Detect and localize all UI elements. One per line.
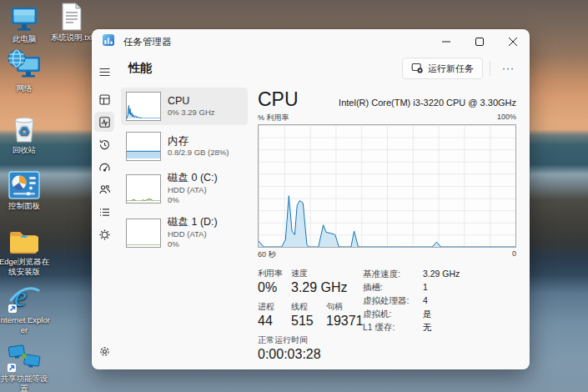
recycle-bin-icon: ♻	[0, 113, 51, 143]
page-title: 性能	[128, 61, 402, 76]
desktop-icon-label: 网络	[0, 83, 51, 93]
task-manager-window: 任务管理器	[92, 29, 530, 369]
new-task-icon	[411, 62, 423, 75]
axis-label-60s: 60 秒	[258, 249, 276, 260]
nav-rail	[92, 54, 117, 369]
perf-item-disk0[interactable]: 磁盘 0 (C:) HDD (ATA) 0%	[121, 168, 248, 209]
stat-label: 利用率	[258, 268, 291, 279]
run-new-task-button[interactable]: 运行新任务	[402, 58, 483, 79]
detail-value-sockets: 1	[423, 281, 428, 294]
desktop: { "desktop": { "icons": [ {"label": "此电脑…	[0, 0, 588, 392]
detail-value-virtual-processors: 4	[423, 294, 428, 308]
stat-value-handles: 19371	[326, 314, 364, 329]
detail-label: 虚拟处理器:	[363, 294, 423, 308]
processes-icon[interactable]	[94, 89, 114, 109]
desktop-icon-recycle-bin[interactable]: ♻ 回收站	[0, 113, 51, 155]
svg-text:♻: ♻	[18, 123, 30, 139]
detail-label: 插槽:	[363, 281, 423, 294]
desktop-icon-edge-folder[interactable]: Edge浏览器在线安装版	[0, 225, 51, 277]
control-panel-icon	[0, 169, 51, 199]
stat-label: 进程	[258, 301, 291, 313]
cpu-mini-chart	[126, 92, 161, 121]
cpu-model-text: Intel(R) Core(TM) i3-3220 CPU @ 3.30GHz	[339, 98, 516, 110]
stat-value-processes: 44	[258, 314, 291, 329]
run-new-task-label: 运行新任务	[428, 63, 474, 75]
more-options-button[interactable]: ···	[497, 61, 520, 76]
axis-label-100: 100%	[497, 113, 516, 123]
header-divider	[490, 61, 490, 76]
perf-item-sub2: 0%	[168, 195, 218, 205]
detail-value-virtual-machine: 是	[423, 308, 432, 321]
stat-label: 正常运行时间	[258, 334, 321, 346]
cpu-stats: 利用率 0% 速度 3.29 GHz 进程	[258, 268, 516, 362]
window-title: 任务管理器	[123, 36, 430, 48]
memory-mini-chart	[126, 132, 161, 161]
desktop-icon-label: 回收站	[0, 145, 51, 155]
app-history-icon[interactable]	[94, 134, 114, 154]
detail-label: L1 缓存:	[363, 321, 423, 334]
stat-value-utilization: 0%	[258, 280, 291, 295]
details-icon[interactable]	[94, 202, 114, 222]
cpu-details-list: 基准速度:3.29 GHz 插槽:1 虚拟处理器:4 虚拟机:是 L1 缓存:无	[359, 268, 516, 362]
cpu-detail-panel: CPU Intel(R) Core(TM) i3-3220 CPU @ 3.30…	[248, 88, 530, 369]
axis-label-utilization: % 利用率	[258, 113, 289, 123]
cpu-usage-chart	[258, 124, 516, 248]
title-bar[interactable]: 任务管理器	[92, 29, 530, 54]
stat-label: 速度	[291, 268, 348, 279]
users-icon[interactable]	[94, 179, 114, 199]
detail-label: 虚拟机:	[363, 308, 423, 321]
startup-apps-icon[interactable]	[94, 157, 114, 177]
settings-gear-icon[interactable]	[94, 341, 114, 361]
perf-item-sub2: 0%	[168, 239, 218, 249]
services-icon[interactable]	[94, 224, 114, 244]
maximize-icon[interactable]	[463, 29, 496, 54]
desktop-icon-network[interactable]: 网络	[0, 52, 51, 93]
desktop-icon-label: Internet Explorer	[0, 315, 51, 335]
network-icon	[0, 52, 51, 82]
stat-value-threads: 515	[291, 314, 326, 329]
task-manager-icon	[102, 33, 115, 50]
perf-item-disk1[interactable]: 磁盘 1 (D:) HDD (ATA) 0%	[121, 212, 248, 254]
stat-label: 线程	[291, 301, 326, 313]
close-icon[interactable]	[496, 29, 530, 54]
page-header: 性能 运行新任务 ···	[117, 54, 530, 83]
perf-item-sub: HDD (ATA)	[168, 185, 218, 195]
content-area: 性能 运行新任务 ···	[117, 54, 530, 369]
performance-list: CPU 0% 3.29 GHz 内存 0.8/2.9 GB (28%)	[117, 88, 248, 369]
desktop-icon-shared-settings[interactable]: 共享功能等设置	[0, 342, 51, 392]
perf-item-memory[interactable]: 内存 0.8/2.9 GB (28%)	[121, 128, 248, 165]
perf-item-name: 磁盘 0 (C:)	[168, 172, 218, 185]
stat-label: 句柄	[326, 301, 364, 313]
disk1-mini-chart	[126, 219, 161, 248]
shared-devices-icon	[0, 342, 51, 372]
folder-icon	[0, 225, 51, 255]
detail-value-base-speed: 3.29 GHz	[423, 268, 460, 281]
internet-explorer-icon: e	[0, 280, 51, 314]
desktop-icon-label: Edge浏览器在线安装版	[0, 257, 51, 277]
perf-item-name: 内存	[168, 135, 229, 148]
detail-value-l1-cache: 无	[423, 321, 432, 334]
desktop-icon-control-panel[interactable]: 控制面板	[0, 169, 51, 211]
cpu-panel-title: CPU	[258, 89, 299, 110]
perf-item-sub: 0% 3.29 GHz	[168, 108, 215, 118]
performance-icon[interactable]	[94, 112, 114, 132]
disk0-mini-chart	[126, 174, 161, 204]
perf-item-sub: HDD (ATA)	[168, 229, 218, 239]
perf-item-name: CPU	[168, 95, 215, 108]
axis-label-0: 0	[512, 249, 516, 260]
detail-label: 基准速度:	[363, 268, 423, 281]
stat-value-speed: 3.29 GHz	[291, 280, 348, 295]
minimize-icon[interactable]	[430, 29, 463, 54]
desktop-icon-internet-explorer[interactable]: e Internet Explorer	[0, 280, 51, 335]
desktop-icon-label: 共享功能等设置	[0, 374, 51, 392]
desktop-icon-label: 控制面板	[0, 201, 51, 211]
perf-item-sub: 0.8/2.9 GB (28%)	[168, 148, 229, 158]
text-file-icon	[42, 1, 102, 31]
perf-item-name: 磁盘 1 (D:)	[168, 216, 218, 229]
perf-item-cpu[interactable]: CPU 0% 3.29 GHz	[121, 88, 248, 125]
menu-icon[interactable]	[94, 62, 114, 82]
stat-value-uptime: 0:00:03:28	[258, 347, 321, 362]
